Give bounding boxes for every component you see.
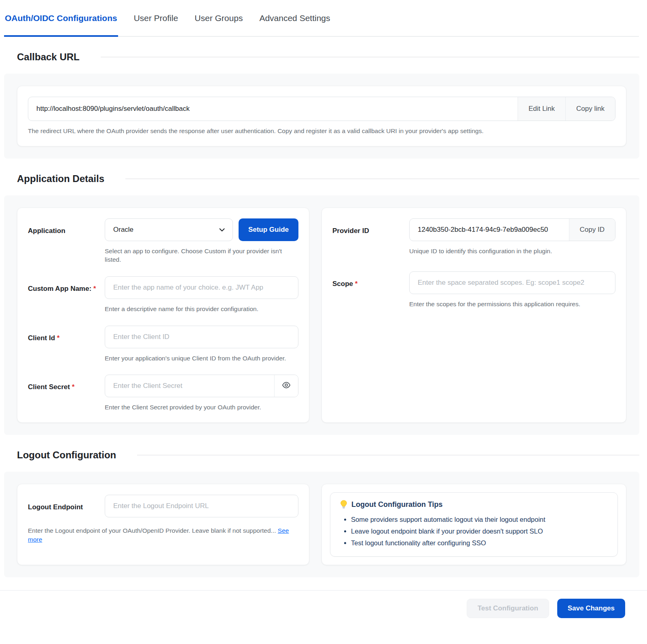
client-id-helper: Enter your application's unique Client I…: [105, 354, 298, 363]
logout-tips-box: Logout Configuration Tips Some providers…: [330, 492, 618, 557]
application-select[interactable]: Oracle: [105, 218, 233, 241]
setup-guide-button[interactable]: Setup Guide: [239, 218, 298, 241]
lightbulb-icon: [340, 500, 347, 509]
logout-endpoint-label: Logout Endpoint: [28, 495, 105, 517]
settings-tabbar: OAuth/OIDC Configurations User Profile U…: [4, 0, 639, 37]
provider-id-input[interactable]: [410, 219, 569, 241]
logout-configuration-title: Logout Configuration: [17, 449, 116, 461]
application-label: Application: [28, 218, 105, 264]
required-asterisk: *: [355, 280, 358, 288]
tab-advanced-settings[interactable]: Advanced Settings: [258, 0, 331, 36]
application-details-left-card: Application Oracle Setup Guide Select an…: [17, 208, 309, 423]
required-asterisk: *: [57, 334, 60, 342]
scope-helper: Enter the scopes for the permissions thi…: [409, 300, 615, 309]
scope-input[interactable]: [410, 272, 615, 294]
chevron-down-icon: [219, 227, 225, 233]
application-helper: Select an app to configure. Choose Custo…: [105, 247, 298, 264]
application-details-section-header: Application Details: [17, 173, 639, 184]
logout-tips-list: Some providers support automatic logout …: [340, 514, 608, 549]
tab-user-profile[interactable]: User Profile: [133, 0, 179, 36]
client-secret-helper: Enter the Client Secret provided by your…: [105, 403, 298, 412]
provider-id-label: Provider ID: [332, 218, 409, 256]
client-secret-row: Client Secret *: [28, 375, 298, 412]
application-select-value: Oracle: [113, 226, 133, 234]
application-details-panel: Application Oracle Setup Guide Select an…: [4, 195, 639, 435]
logout-tips-title: Logout Configuration Tips: [351, 500, 443, 509]
client-id-label: Client Id *: [28, 326, 105, 363]
provider-id-helper: Unique ID to identify this configuration…: [409, 247, 615, 256]
section-divider: [137, 455, 639, 455]
logout-tips-title-row: Logout Configuration Tips: [340, 500, 608, 509]
tab-oauth-oidc-configurations[interactable]: OAuth/OIDC Configurations: [4, 0, 118, 36]
application-row: Application Oracle Setup Guide Select an…: [28, 218, 298, 264]
application-details-title: Application Details: [17, 173, 104, 184]
callback-url-card: Edit Link Copy link The redirect URL whe…: [17, 86, 626, 146]
section-divider: [125, 178, 639, 179]
logout-tips-card: Logout Configuration Tips Some providers…: [321, 484, 626, 565]
callback-url-section-header: Callback URL: [17, 51, 639, 63]
required-asterisk: *: [93, 285, 96, 292]
logout-configuration-panel: Logout Endpoint Enter the Logout endpoin…: [4, 472, 639, 577]
scope-row: Scope * Enter the scopes for the permiss…: [332, 271, 615, 309]
callback-url-title: Callback URL: [17, 51, 80, 63]
eye-icon: [282, 381, 291, 390]
edit-link-button[interactable]: Edit Link: [518, 97, 565, 121]
required-asterisk: *: [72, 383, 75, 391]
logout-tip-item: Leave logout endpoint blank if your prov…: [351, 525, 608, 537]
logout-endpoint-row: Logout Endpoint: [28, 495, 298, 517]
save-changes-button[interactable]: Save Changes: [557, 599, 625, 618]
custom-app-name-input[interactable]: [105, 277, 298, 299]
client-secret-label: Client Secret *: [28, 375, 105, 412]
logout-tip-item: Test logout functionality after configur…: [351, 537, 608, 549]
logout-tip-item: Some providers support automatic logout …: [351, 514, 608, 525]
callback-url-helper: The redirect URL where the OAuth provide…: [28, 127, 615, 136]
logout-configuration-section-header: Logout Configuration: [17, 449, 639, 461]
toggle-secret-visibility-button[interactable]: [274, 375, 298, 397]
client-id-row: Client Id * Enter your application's uni…: [28, 326, 298, 363]
tab-user-groups[interactable]: User Groups: [194, 0, 243, 36]
callback-url-input-group: Edit Link Copy link: [28, 97, 615, 121]
copy-id-button[interactable]: Copy ID: [569, 219, 615, 241]
footer-actions: Test Configuration Save Changes: [0, 591, 647, 618]
section-divider: [101, 57, 639, 57]
copy-link-button[interactable]: Copy link: [565, 97, 615, 121]
provider-id-row: Provider ID Copy ID Unique ID to identif…: [332, 218, 615, 256]
client-id-input[interactable]: [105, 326, 298, 348]
custom-app-name-row: Custom App Name: * Enter a descriptive n…: [28, 276, 298, 314]
test-configuration-button[interactable]: Test Configuration: [467, 599, 549, 618]
logout-endpoint-input[interactable]: [105, 495, 298, 517]
application-details-right-card: Provider ID Copy ID Unique ID to identif…: [321, 208, 626, 423]
callback-url-panel: Edit Link Copy link The redirect URL whe…: [4, 74, 639, 159]
client-secret-input[interactable]: [105, 375, 274, 397]
logout-endpoint-helper: Enter the Logout endpoint of your OAuth/…: [28, 526, 298, 544]
scope-label: Scope *: [332, 271, 409, 309]
custom-app-name-helper: Enter a descriptive name for this provid…: [105, 305, 298, 314]
custom-app-name-label: Custom App Name: *: [28, 276, 105, 314]
callback-url-input[interactable]: [28, 97, 518, 121]
logout-endpoint-card: Logout Endpoint Enter the Logout endpoin…: [17, 484, 309, 565]
